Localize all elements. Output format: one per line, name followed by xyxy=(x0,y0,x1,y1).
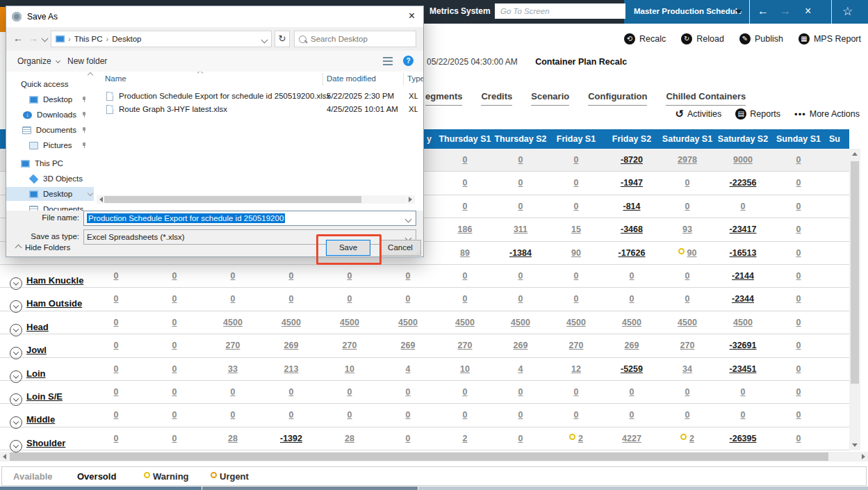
cell-value-link[interactable]: 0 xyxy=(172,434,177,443)
cell-value-link[interactable]: 0 xyxy=(574,410,579,420)
scroll-right-arrow-icon[interactable] xyxy=(862,454,865,459)
cell-value-link[interactable]: 90 xyxy=(571,248,581,258)
forward-arrow-button[interactable]: → xyxy=(780,5,791,17)
cell-value-link[interactable]: 311 xyxy=(514,224,527,234)
go-to-screen-input[interactable] xyxy=(495,3,625,19)
cell-value-link[interactable]: 0 xyxy=(796,178,801,188)
row-name-link[interactable]: Jowl xyxy=(26,345,47,355)
cell-value-link[interactable]: 0 xyxy=(114,318,119,327)
cell-value-link[interactable]: 33 xyxy=(228,364,238,374)
cell-value-link[interactable]: 4500 xyxy=(511,318,530,327)
row-name-link[interactable]: Loin xyxy=(26,368,45,379)
cell-value-link[interactable]: 0 xyxy=(289,410,294,420)
cell-value-link[interactable]: 0 xyxy=(796,248,801,258)
cell-value-link[interactable]: 0 xyxy=(406,294,411,304)
cell-value-link[interactable]: 0 xyxy=(796,434,801,443)
table-row[interactable]: Ham Outside00000000000-23440 xyxy=(0,288,849,311)
cancel-button[interactable]: Cancel xyxy=(379,240,421,256)
dialog-title-bar[interactable]: Save As × xyxy=(6,6,423,27)
cell-value-link[interactable]: -17626 xyxy=(619,248,646,258)
cell-value-link[interactable]: 0 xyxy=(463,178,468,188)
cell-value-link[interactable]: 0 xyxy=(172,294,177,304)
cell-value-link[interactable]: 4500 xyxy=(398,318,418,327)
column-separator[interactable] xyxy=(322,73,323,85)
cell-value-link[interactable]: 4500 xyxy=(281,318,301,327)
cell-value-link[interactable]: 90 xyxy=(687,248,697,258)
tab-chilled-containers[interactable]: Chilled Containers xyxy=(666,91,746,106)
cell-value-link[interactable]: 0 xyxy=(574,271,579,281)
mps-report-button[interactable]: ▦ MPS Report xyxy=(799,33,861,44)
table-row[interactable]: Head004500450045004500450045004500450045… xyxy=(0,311,849,334)
file-row[interactable]: Production Schedule Export for schedule … xyxy=(95,90,418,103)
help-icon[interactable]: ? xyxy=(403,56,413,66)
cell-value-link[interactable]: 0 xyxy=(574,178,579,188)
row-name-link[interactable]: Head xyxy=(26,322,49,332)
menu-system[interactable]: System xyxy=(461,6,491,16)
cell-value-link[interactable]: 0 xyxy=(796,294,801,304)
cell-value-link[interactable]: -23417 xyxy=(730,224,757,234)
reload-button[interactable]: ↻ Reload xyxy=(681,33,724,44)
cell-value-link[interactable]: 0 xyxy=(114,364,119,374)
sidebar-item-pictures-pinned[interactable]: Pictures xyxy=(6,138,94,152)
vertical-scrollbar[interactable] xyxy=(849,149,860,450)
cell-value-link[interactable]: 0 xyxy=(172,364,177,374)
cell-value-link[interactable]: 0 xyxy=(518,410,523,420)
cell-value-link[interactable]: 213 xyxy=(284,364,299,374)
cell-value-link[interactable]: 0 xyxy=(347,294,352,304)
sidebar-item-desktop-pinned[interactable]: Desktop xyxy=(6,92,94,106)
scroll-left-arrow-icon[interactable] xyxy=(3,454,6,459)
cell-value-link[interactable]: 4500 xyxy=(733,318,753,327)
back-arrow-button[interactable]: ← xyxy=(758,5,769,17)
menu-metrics[interactable]: Metrics xyxy=(429,6,459,16)
column-header[interactable]: Sunday S1 xyxy=(771,134,826,144)
sidebar-item-documents[interactable]: Documents xyxy=(6,202,94,211)
cell-value-link[interactable]: 0 xyxy=(685,410,690,420)
cell-value-link[interactable]: 0 xyxy=(518,202,523,211)
sidebar-this-pc[interactable]: This PC xyxy=(6,156,94,170)
cell-value-link[interactable]: -8720 xyxy=(621,155,643,165)
tab-segments[interactable]: egments xyxy=(425,91,462,106)
nav-recent-chevron-icon[interactable] xyxy=(42,35,49,42)
cell-value-link[interactable]: 0 xyxy=(114,341,119,350)
chevron-down-icon[interactable] xyxy=(735,10,742,14)
cell-value-link[interactable]: 0 xyxy=(685,387,690,397)
hide-folders-button[interactable]: Hide Folders xyxy=(16,243,70,252)
cell-value-link[interactable]: 0 xyxy=(518,155,523,165)
scroll-right-arrow-icon[interactable] xyxy=(409,197,412,202)
cell-value-link[interactable]: 270 xyxy=(343,341,357,350)
sidebar-quick-access[interactable]: ★ Quick access xyxy=(6,77,94,91)
cell-value-link[interactable]: -814 xyxy=(623,202,640,211)
recalc-button[interactable]: ⟲ Recalc xyxy=(624,33,666,44)
cell-value-link[interactable]: 0 xyxy=(347,271,352,281)
cell-value-link[interactable]: 0 xyxy=(685,271,690,281)
scroll-down-arrow-icon[interactable] xyxy=(852,443,858,447)
cell-value-link[interactable]: 0 xyxy=(172,387,177,397)
sidebar-item-downloads-pinned[interactable]: ↓ Downloads xyxy=(6,108,94,122)
cell-value-link[interactable]: 4500 xyxy=(340,318,359,327)
cell-value-link[interactable]: 0 xyxy=(289,271,294,281)
nav-back-icon[interactable]: ← xyxy=(13,33,23,44)
horizontal-scroll-thumb[interactable] xyxy=(10,452,828,461)
cell-value-link[interactable]: 0 xyxy=(796,202,801,211)
cell-value-link[interactable]: 0 xyxy=(406,434,411,443)
cell-value-link[interactable]: 270 xyxy=(680,341,695,350)
cell-value-link[interactable]: 0 xyxy=(463,387,468,397)
cell-value-link[interactable]: 0 xyxy=(231,387,236,397)
cell-value-link[interactable]: 2 xyxy=(689,434,694,443)
cell-value-link[interactable]: 0 xyxy=(289,387,294,397)
cell-value-link[interactable]: 0 xyxy=(630,387,634,397)
column-header[interactable]: Thursday S2 xyxy=(493,134,548,144)
cell-value-link[interactable]: 0 xyxy=(463,410,468,420)
cell-value-link[interactable]: 0 xyxy=(796,387,801,397)
table-row[interactable]: Loin S/E0000000000000 xyxy=(0,381,849,404)
cell-value-link[interactable]: 0 xyxy=(796,341,801,350)
cell-value-link[interactable]: 0 xyxy=(231,410,236,420)
cell-value-link[interactable]: 0 xyxy=(406,410,411,420)
column-header-name[interactable]: Name xyxy=(105,74,126,83)
column-separator[interactable] xyxy=(403,73,404,85)
cell-value-link[interactable]: 0 xyxy=(518,387,523,397)
cell-value-link[interactable]: 270 xyxy=(458,341,473,350)
cell-value-link[interactable]: 89 xyxy=(460,248,470,258)
cell-value-link[interactable]: 186 xyxy=(458,224,473,234)
cell-value-link[interactable]: 0 xyxy=(685,294,690,304)
